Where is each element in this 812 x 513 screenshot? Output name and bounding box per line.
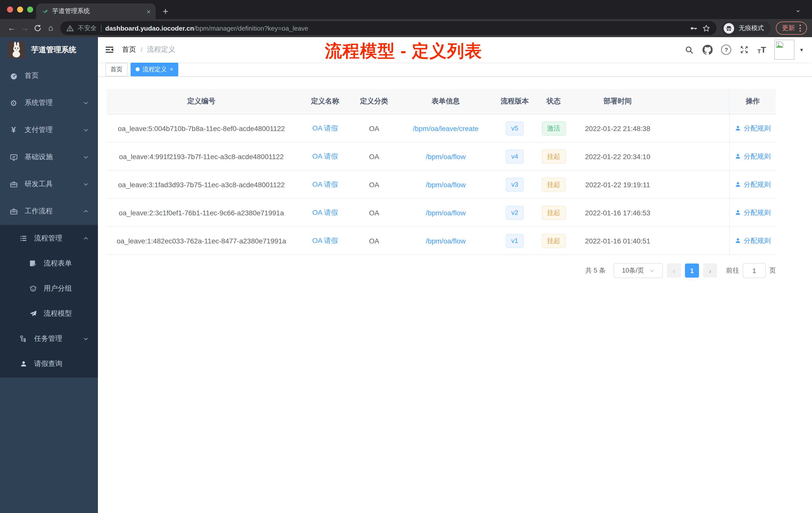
sidebar-item-system[interactable]: ⚙ 系统管理 [0, 89, 98, 117]
favicon-sprout-icon [41, 8, 48, 15]
assign-rule-button[interactable]: 分配规则 [735, 208, 771, 217]
home-icon[interactable]: ⌂ [44, 22, 57, 35]
url-host: dashboard.yudao.iocoder.cn [105, 25, 194, 32]
security-label[interactable]: 不安全 [78, 24, 97, 32]
sidebar-item-workflow[interactable]: 工作流程 [0, 198, 98, 225]
sidebar-item-label: 系统管理 [25, 98, 83, 108]
table-row: oa_leave:2:3c1f0ef1-76b1-11ec-9c66-a2380… [107, 199, 776, 227]
form-icon [29, 260, 38, 268]
version-badge: v4 [506, 149, 523, 163]
definition-name-link[interactable]: OA 请假 [312, 236, 338, 245]
sidebar-item-home[interactable]: 首页 [0, 62, 98, 89]
definition-category: OA [354, 237, 394, 245]
bookmark-star-icon[interactable] [702, 24, 710, 32]
search-icon[interactable] [685, 45, 694, 55]
table-row: oa_leave:5:004b710b-7b8a-11ec-8ef0-acde4… [107, 115, 776, 143]
reload-icon[interactable] [31, 22, 44, 35]
assign-rule-button[interactable]: 分配规则 [735, 180, 771, 189]
sidebar-item-process-form[interactable]: 流程表单 [0, 251, 98, 276]
new-tab-button[interactable]: + [163, 6, 168, 16]
avatar-caret-icon[interactable]: ▾ [800, 47, 803, 53]
update-label[interactable]: 更新 [782, 24, 795, 33]
fullscreen-icon[interactable] [740, 45, 749, 54]
goto-label: 前往 [726, 266, 739, 275]
page-number-button[interactable]: 1 [685, 264, 699, 278]
incognito-label: 无痕模式 [739, 24, 764, 32]
page-unit-label: 页 [769, 266, 776, 275]
sidebar-collapse-icon[interactable] [105, 45, 114, 54]
assign-rule-button[interactable]: 分配规则 [735, 236, 771, 245]
sidebar-item-process-model[interactable]: 流程模型 [0, 301, 98, 326]
tag-close-icon[interactable]: × [170, 66, 173, 72]
form-link[interactable]: /bpm/oa/flow [426, 180, 466, 188]
browser-update-button[interactable]: 更新 [776, 22, 807, 35]
github-icon[interactable] [703, 45, 713, 55]
total-count-label: 共 5 条 [585, 266, 606, 275]
assign-rule-button[interactable]: 分配规则 [735, 124, 771, 133]
sidebar-item-devtools[interactable]: 研发工具 [0, 171, 98, 198]
font-size-icon[interactable]: TT [757, 46, 766, 54]
chevron-up-icon [83, 208, 89, 214]
sidebar-item-payment[interactable]: ¥ 支付管理 [0, 117, 98, 144]
back-icon[interactable]: ← [5, 22, 18, 35]
page-size-select[interactable]: 10条/页 [614, 263, 663, 278]
minimize-window-button[interactable] [17, 6, 23, 12]
definition-id: oa_leave:5:004b710b-7b8a-11ec-8ef0-acde4… [107, 124, 296, 132]
user-icon [19, 360, 28, 368]
address-divider [101, 24, 101, 32]
definition-table: 定义编号 定义名称 定义分类 表单信息 流程版本 状态 部署时间 操作 oa_l… [107, 89, 776, 255]
assign-rule-button[interactable]: 分配规则 [735, 152, 771, 161]
address-bar[interactable]: 不安全 dashboard.yudao.iocoder.cn/bpm/manag… [60, 21, 717, 35]
tab-search-icon[interactable]: ⌄ [795, 5, 801, 13]
tag-process-definition[interactable]: 流程定义 × [130, 62, 178, 76]
deploy-time: 2022-01-16 01:40:51 [575, 237, 660, 245]
forward-icon[interactable]: → [18, 22, 31, 35]
navbar-actions: ? TT ▾ [685, 40, 803, 60]
form-link[interactable]: /bpm/oa/flow [426, 209, 466, 217]
screen: 芋道管理系统 × + ⌄ ← → ⌂ 不安全 dashboard.yudao.i… [0, 0, 812, 513]
top-navbar: 首页 / 流程定义 ? TT [98, 37, 812, 62]
next-page-button[interactable]: › [703, 264, 717, 278]
sidebar: 芋道管理系统 首页 ⚙ 系统管理 ¥ 支付管理 [0, 37, 98, 513]
definition-name-link[interactable]: OA 请假 [312, 152, 338, 161]
sidebar-item-leave-query[interactable]: 请假查询 [0, 351, 98, 376]
user-icon [735, 209, 741, 216]
close-window-button[interactable] [7, 6, 13, 12]
user-avatar[interactable] [775, 40, 795, 60]
breadcrumb-home[interactable]: 首页 [122, 45, 136, 54]
sidebar-item-user-group[interactable]: 用户分组 [0, 276, 98, 301]
browser-menu-icon[interactable] [800, 25, 801, 32]
deploy-time: 2022-01-22 21:48:38 [575, 124, 660, 132]
help-icon[interactable]: ? [721, 45, 731, 55]
toolbox-icon [9, 207, 18, 216]
browser-tab[interactable]: 芋道管理系统 × [36, 3, 156, 19]
definition-category: OA [354, 209, 394, 217]
form-link[interactable]: /bpm/oa/flow [426, 237, 466, 245]
tags-view: 首页 流程定义 × [98, 62, 812, 77]
status-badge: 挂起 [542, 234, 566, 248]
user-icon [735, 153, 741, 160]
breadcrumb: 首页 / 流程定义 [122, 45, 175, 54]
column-header: 操作 [729, 89, 776, 114]
maximize-window-button[interactable] [27, 6, 33, 12]
tab-close-icon[interactable]: × [147, 8, 151, 15]
chevron-down-icon [83, 154, 89, 160]
goto-page-input[interactable] [743, 263, 766, 278]
sidebar-item-infrastructure[interactable]: 基础设施 [0, 144, 98, 171]
form-link[interactable]: /bpm/oa/flow [426, 152, 466, 160]
definition-name-link[interactable]: OA 请假 [312, 208, 338, 217]
definition-name-link[interactable]: OA 请假 [312, 124, 338, 133]
tag-home[interactable]: 首页 [106, 62, 127, 76]
password-key-icon[interactable] [690, 24, 698, 32]
table-header: 定义编号 定义名称 定义分类 表单信息 流程版本 状态 部署时间 操作 [107, 89, 776, 115]
form-link[interactable]: /bpm/oa/leave/create [413, 124, 478, 132]
sidebar-item-task-management[interactable]: 任务管理 [0, 326, 98, 351]
sidebar-item-label: 首页 [25, 71, 89, 80]
dashboard-icon [9, 71, 18, 80]
definition-category: OA [354, 152, 394, 160]
definition-name-link[interactable]: OA 请假 [312, 180, 338, 189]
gear-icon: ⚙ [9, 98, 18, 108]
version-badge: v5 [506, 121, 523, 135]
prev-page-button[interactable]: ‹ [667, 264, 681, 278]
sidebar-item-process-management[interactable]: 流程管理 [0, 226, 98, 251]
